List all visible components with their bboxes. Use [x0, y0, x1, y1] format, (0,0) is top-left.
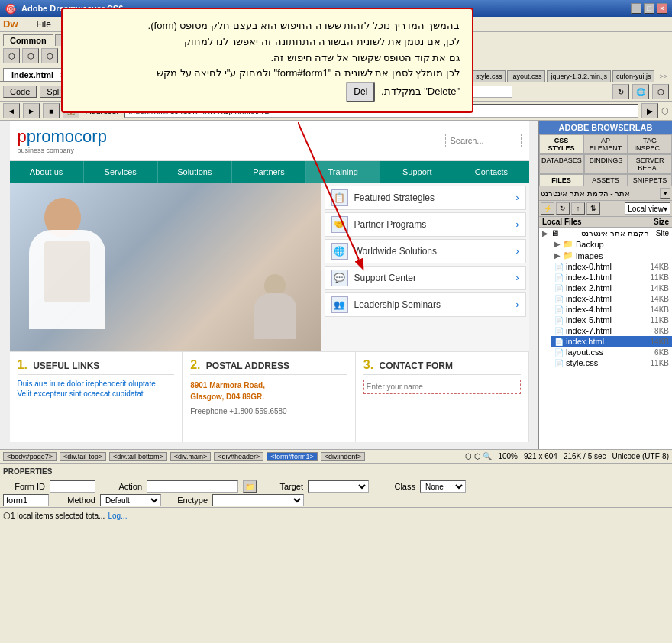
card-icon-5: 👥 [331, 296, 348, 313]
nav-partners[interactable]: Partners [232, 161, 306, 183]
tab-assets[interactable]: ASSETS [583, 174, 628, 186]
restore-button[interactable]: □ [644, 3, 654, 14]
card-featured-strategies[interactable]: 📋 Featured Strategies › [325, 186, 526, 210]
view-toolbar-row: ⚡ ↻ ↑ ⇅ Local view ▾ [539, 201, 672, 217]
forward-button[interactable]: ► [23, 103, 40, 118]
browser-preview-button[interactable]: 🌐 [632, 84, 649, 99]
card-arrow-5: › [516, 299, 519, 310]
panel-sync-btn[interactable]: ⇅ [586, 202, 600, 215]
debug-button[interactable]: ⬡ [652, 84, 669, 99]
site-main-content: 📋 Featured Strategies › 🤝 Partner Progra… [10, 183, 529, 351]
enctype-select[interactable] [212, 494, 304, 506]
tab-tag-inspector[interactable]: TAG INSPEC... [628, 134, 672, 154]
search-area [445, 134, 522, 147]
status-tag-body[interactable]: <body#page7> [3, 452, 57, 461]
code-view-button[interactable]: Code [3, 86, 37, 98]
tree-backup[interactable]: ▶ 📁 Backup [551, 238, 672, 250]
card-leadership-seminars[interactable]: 👥 Leadership Seminars › [325, 292, 526, 317]
source-tab-style[interactable]: style.css [472, 70, 506, 82]
tree-index-4[interactable]: 📄 index-4.html 14KB [551, 304, 672, 315]
local-view-label: Local view [628, 205, 664, 213]
tool-btn-1[interactable]: ⬡ [3, 48, 20, 63]
card-label-2: Partner Programs [354, 219, 510, 230]
refresh-button[interactable]: ↻ [612, 84, 629, 99]
properties-panel: PROPERTIES Form ID Action 📁 Target Class… [0, 463, 672, 507]
tab-files[interactable]: FILES [539, 174, 583, 186]
tree-index-2[interactable]: 📄 index-2.html 14KB [551, 283, 672, 293]
contact-name-input[interactable] [363, 380, 521, 394]
tool-btn-3[interactable]: ⬡ [41, 48, 58, 63]
expand-icon-backup: ▶ [554, 240, 561, 248]
footer-link-2[interactable]: Velit excepteur sint ocaecat cupidatat [18, 389, 175, 398]
tree-item-style-css: style.css [566, 358, 644, 367]
nav-training[interactable]: Training [306, 161, 380, 183]
footer-heading-1: USEFUL LINKS [33, 360, 99, 371]
tree-index-0[interactable]: 📄 index-0.html 14KB [551, 261, 672, 272]
panel-up-btn[interactable]: ↑ [571, 202, 585, 215]
source-tab-layout[interactable]: layout.css [507, 70, 545, 82]
tree-index-5[interactable]: 📄 index-5.html 11KB [551, 315, 672, 325]
tree-layout-css[interactable]: 📄 layout.css 6KB [551, 347, 672, 357]
target-select[interactable] [308, 480, 369, 493]
tab-databases[interactable]: DATABASES [539, 154, 584, 174]
nav-services[interactable]: Services [84, 161, 158, 183]
class-select[interactable]: None [420, 480, 466, 493]
status-tag-div2[interactable]: <div.tail-bottom> [109, 452, 167, 461]
toolbar-tab-common[interactable]: Common [3, 34, 53, 46]
more-tabs[interactable]: >> [656, 71, 670, 82]
nav-solutions[interactable]: Solutions [158, 161, 232, 183]
source-tab-jquery[interactable]: jquery-1.3.2.min.js [547, 70, 611, 82]
form-id-input[interactable] [50, 480, 95, 493]
action-input[interactable] [147, 480, 238, 493]
close-button[interactable]: × [657, 3, 667, 14]
status-tag-div5[interactable]: <div.indent> [321, 452, 365, 461]
file-icon-4: 📄 [554, 305, 564, 314]
nav-support[interactable]: Support [380, 161, 454, 183]
card-worldwide-solutions[interactable]: 🌐 Worldwide Solutions › [325, 239, 526, 263]
tree-style-css[interactable]: 📄 style.css 11KB [551, 357, 672, 368]
tab-bindings[interactable]: BINDINGS [584, 154, 628, 174]
tab-server-behaviors[interactable]: SERVER BEHA... [628, 154, 672, 174]
status-tag-form[interactable]: <form#form1> [267, 452, 318, 461]
tab-snippets[interactable]: SNIPPETS [628, 174, 672, 186]
tree-size-1: 11KB [646, 273, 669, 282]
tree-index-html[interactable]: 📄 index.html 14KB [551, 336, 672, 347]
tab-ap-element[interactable]: AP ELEMENT [583, 134, 628, 154]
method-select[interactable]: Default [100, 494, 161, 506]
card-partner-programs[interactable]: 🤝 Partner Programs › [325, 212, 526, 237]
local-view-dropdown[interactable]: Local view ▾ [625, 202, 670, 215]
status-tag-div3[interactable]: <div.main> [170, 452, 211, 461]
bottom-status-bar: ⬡ 1 local items selected tota... Log... [0, 507, 672, 524]
site-dropdown-arrow[interactable]: ▾ [660, 188, 670, 199]
tree-site-root[interactable]: ▶ 🖥 Site - הקמת אתר אינטרנט [539, 228, 672, 238]
tree-index-3[interactable]: 📄 index-3.html 14KB [551, 293, 672, 304]
tree-index-1[interactable]: 📄 index-1.html 11KB [551, 272, 672, 283]
panel-refresh-btn[interactable]: ↻ [556, 202, 570, 215]
source-tab-cufon[interactable]: cufon-yui.js [612, 70, 655, 82]
site-search-input[interactable] [445, 134, 522, 147]
dimensions: 921 x 604 [524, 452, 557, 460]
hero-body-2 [254, 293, 296, 339]
tool-btn-2[interactable]: ⬡ [22, 48, 39, 63]
action-browse-btn[interactable]: 📁 [243, 480, 257, 493]
footer-link-1[interactable]: Duis aue irure dolor irephenderit olupta… [18, 380, 175, 388]
tab-css-styles[interactable]: CSS STYLES [539, 134, 583, 154]
status-tag-div1[interactable]: <div.tail-top> [60, 452, 106, 461]
nav-contacts[interactable]: Contacts [454, 161, 528, 183]
form-id-value-input[interactable] [3, 494, 49, 506]
site-logo: ppromocorp [18, 127, 107, 147]
tree-index-7[interactable]: 📄 index-7.html 8KB [551, 325, 672, 336]
site-preview[interactable]: ppromocorp business company About us Ser… [0, 121, 538, 449]
minimize-button[interactable]: _ [631, 3, 641, 14]
tree-images[interactable]: ▶ 📁 images [551, 250, 672, 261]
back-button[interactable]: ◄ [3, 103, 20, 118]
del-key-button[interactable]: Del [346, 82, 375, 102]
nav-about[interactable]: About us [10, 161, 84, 183]
log-link[interactable]: Log... [108, 512, 127, 520]
menu-file[interactable]: File [34, 19, 54, 30]
stop-button[interactable]: ■ [43, 103, 60, 118]
go-button[interactable]: ▶ [641, 103, 658, 118]
panel-connect-btn[interactable]: ⚡ [541, 202, 554, 215]
status-tag-div4[interactable]: <div#header> [214, 452, 263, 461]
card-support-center[interactable]: 💬 Support Center › [325, 266, 526, 290]
